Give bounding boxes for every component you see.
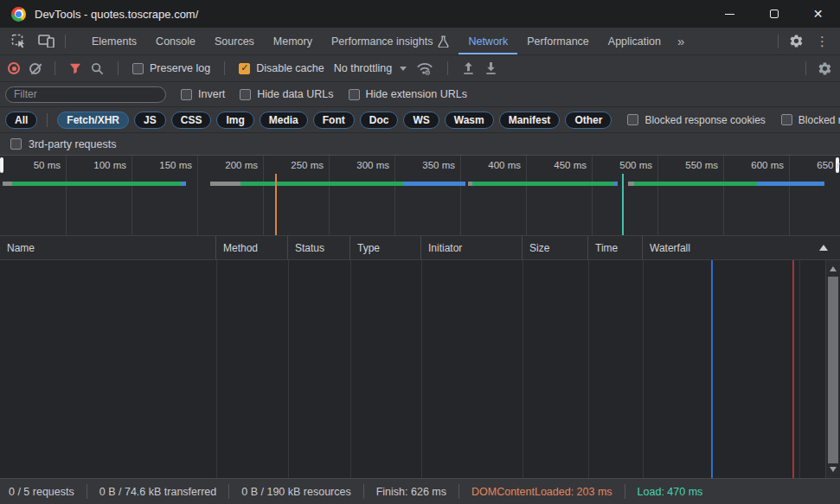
invert-checkbox[interactable] <box>181 89 192 100</box>
maximize-button[interactable] <box>752 0 796 28</box>
network-conditions-icon <box>416 62 433 75</box>
more-tabs-button[interactable]: » <box>670 28 691 54</box>
network-toolbar: Preserve log Disable cache No throttling <box>0 55 840 82</box>
hide-extension-urls-control: Hide extension URLs <box>349 88 467 100</box>
tabbar-right-controls: ⋮ <box>773 28 835 54</box>
experiment-flask-icon <box>438 35 449 48</box>
resources-size: 0 B / 190 kB resources <box>241 486 350 498</box>
divider <box>228 484 229 499</box>
preserve-log-label: Preserve log <box>150 62 210 74</box>
divider <box>363 484 364 499</box>
chevron-down-icon <box>400 67 407 71</box>
close-icon: ✕ <box>813 8 824 20</box>
column-header-waterfall[interactable]: Waterfall <box>643 236 840 259</box>
maximize-icon <box>770 10 779 18</box>
blocked-requests-checkbox[interactable] <box>781 114 792 125</box>
filter-toggle-button[interactable] <box>69 63 81 74</box>
column-header-time[interactable]: Time <box>588 236 643 259</box>
clear-network-log-button[interactable] <box>29 63 41 74</box>
divider <box>625 484 625 499</box>
third-party-checkbox[interactable] <box>10 138 22 150</box>
preserve-log-checkbox[interactable] <box>132 63 144 74</box>
request-table-body[interactable] <box>0 260 840 478</box>
tab-performance[interactable]: Performance <box>517 28 599 54</box>
column-divider <box>588 260 589 478</box>
hide-extension-urls-checkbox[interactable] <box>349 89 360 100</box>
import-har-button[interactable] <box>462 61 475 75</box>
device-toolbar-button[interactable] <box>32 28 61 54</box>
throttling-select[interactable]: No throttling <box>334 62 407 74</box>
overview-track[interactable]: 50 ms100 ms150 ms200 ms250 ms300 ms350 m… <box>0 156 840 236</box>
minimize-button[interactable] <box>708 0 752 28</box>
scroll-down-icon[interactable] <box>830 467 837 472</box>
more-options-icon: ⋮ <box>816 34 829 49</box>
waterfall-end-divider <box>799 260 800 478</box>
column-header-method[interactable]: Method <box>216 236 288 259</box>
blocked-requests-label: Blocked requests <box>798 114 840 126</box>
download-icon <box>484 61 497 75</box>
blocked-cookies-checkbox[interactable] <box>627 114 638 125</box>
customize-devtools-button[interactable]: ⋮ <box>810 28 835 54</box>
scroll-up-icon[interactable] <box>830 266 837 271</box>
tab-application[interactable]: Application <box>599 28 670 54</box>
gear-icon <box>789 34 804 48</box>
export-har-button[interactable] <box>484 61 497 75</box>
gear-icon <box>818 61 832 76</box>
divider <box>55 61 55 75</box>
divider <box>87 484 87 499</box>
request-table-header: Name Method Status Type Initiator Size T… <box>0 236 840 260</box>
tab-sources[interactable]: Sources <box>205 28 264 54</box>
tab-network[interactable]: Network <box>458 28 517 54</box>
divider <box>65 35 66 48</box>
preserve-log-control: Preserve log <box>132 62 210 74</box>
divider <box>224 61 225 75</box>
search-button[interactable] <box>91 62 104 75</box>
column-header-type[interactable]: Type <box>350 236 421 259</box>
throttling-value: No throttling <box>334 62 392 74</box>
network-conditions-button[interactable] <box>416 62 433 75</box>
chip-img[interactable]: Img <box>216 112 253 129</box>
devtools-window: DevTools - quotes.toscrape.com/ ✕ Elemen… <box>0 0 840 504</box>
column-divider <box>643 260 644 478</box>
column-header-name[interactable]: Name <box>0 236 216 259</box>
chip-js[interactable]: JS <box>134 112 166 129</box>
column-header-status[interactable]: Status <box>288 236 350 259</box>
disable-cache-checkbox[interactable] <box>239 63 250 74</box>
chip-css[interactable]: CSS <box>171 112 212 129</box>
blocked-cookies-control: Blocked response cookies <box>627 114 765 126</box>
chip-wasm[interactable]: Wasm <box>445 112 494 129</box>
device-toolbar-icon <box>38 35 55 48</box>
inspect-element-button[interactable] <box>5 28 32 54</box>
tab-memory[interactable]: Memory <box>264 28 322 54</box>
minimize-icon <box>725 14 734 15</box>
sort-ascending-icon <box>819 245 828 251</box>
divider <box>458 484 459 499</box>
chip-all[interactable]: All <box>5 112 37 129</box>
chip-other[interactable]: Other <box>565 112 612 129</box>
filter-input[interactable] <box>5 86 166 103</box>
hide-extension-urls-label: Hide extension URLs <box>366 88 467 100</box>
chip-ws[interactable]: WS <box>403 112 439 129</box>
scrollbar-thumb[interactable] <box>828 277 838 463</box>
chip-fetch-xhr[interactable]: Fetch/XHR <box>57 112 129 129</box>
invert-control: Invert <box>181 88 225 100</box>
resource-type-filter-row: All Fetch/XHR JS CSS Img Media Font Doc … <box>0 107 840 133</box>
more-tabs-icon: » <box>677 34 684 48</box>
chip-font[interactable]: Font <box>313 112 355 129</box>
vertical-scrollbar[interactable] <box>825 260 840 478</box>
column-header-initiator[interactable]: Initiator <box>421 236 523 259</box>
tab-elements[interactable]: Elements <box>82 28 146 54</box>
chip-doc[interactable]: Doc <box>360 112 399 129</box>
tab-console[interactable]: Console <box>146 28 205 54</box>
hide-data-urls-checkbox[interactable] <box>240 89 251 100</box>
devtools-tabbar: Elements Console Sources Memory Performa… <box>0 28 840 55</box>
third-party-row: 3rd-party requests <box>0 133 840 156</box>
tab-performance-insights[interactable]: Performance insights <box>322 28 458 54</box>
record-network-log-button[interactable] <box>8 62 20 74</box>
column-header-size[interactable]: Size <box>523 236 588 259</box>
network-settings-button[interactable] <box>818 61 832 76</box>
chip-manifest[interactable]: Manifest <box>499 112 561 129</box>
close-button[interactable]: ✕ <box>796 0 840 28</box>
settings-button[interactable] <box>783 28 810 54</box>
chip-media[interactable]: Media <box>260 112 308 129</box>
